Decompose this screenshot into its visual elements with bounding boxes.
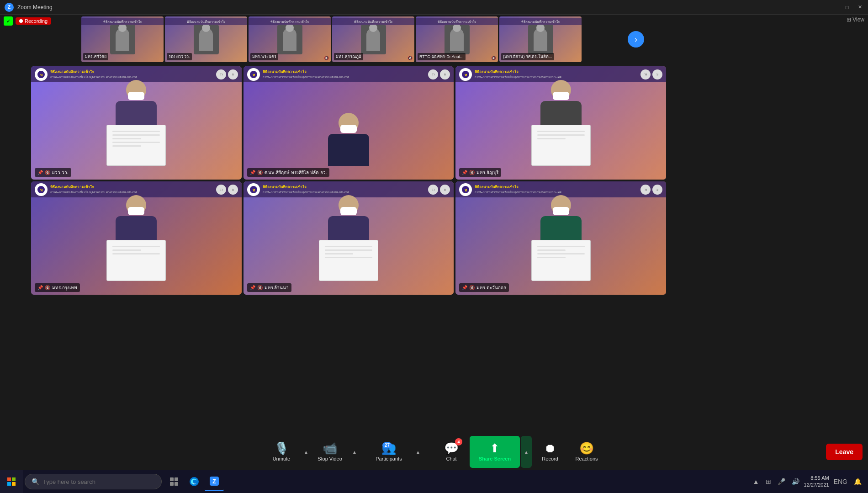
video-cell[interactable]: ท พิธีลงนามบันทึกความเข้าใจ การพัฒนาร่วม…: [455, 181, 666, 295]
edge-app[interactable]: [185, 472, 204, 491]
banner-logo-left: ท: [35, 183, 48, 196]
doc-line: [537, 134, 585, 136]
doc-line: [537, 257, 566, 258]
zoom-app[interactable]: Z: [205, 472, 224, 491]
participants-button[interactable]: 👥 Participants: [366, 436, 412, 468]
banner-subtitle-text: การพัฒนาร่วมดำเนินงานเชื่อมโยงอุตสาหกรรม…: [263, 190, 426, 195]
video-cell[interactable]: ท พิธีลงนามบันทึกความเข้าใจ การพัฒนาร่วม…: [455, 66, 666, 180]
close-button[interactable]: ✕: [856, 4, 863, 11]
cell-background: ท พิธีลงนามบันทึกความเข้าใจ การพัฒนาร่วม…: [455, 66, 666, 180]
speaker-icon[interactable]: 🔊: [790, 477, 801, 486]
chat-label: Chat: [446, 456, 456, 461]
banner-text: พิธีลงนามบันทึกความเข้าใจ การพัฒนาร่วมดำ…: [263, 69, 426, 80]
share-screen-caret-button[interactable]: ▲: [521, 436, 532, 468]
thumb-label: มทร.ศรีวิชัย: [83, 53, 108, 60]
record-label: Record: [542, 456, 558, 461]
banner-title-text: พิธีลงนามบันทึกความเข้าใจ: [50, 184, 213, 190]
unmute-button[interactable]: 🎙️ Unmute: [263, 436, 300, 468]
windows-taskbar: 🔍 Z ▲ ⊞ 🎤: [0, 470, 868, 493]
zoom-logo-icon: Z: [5, 3, 14, 12]
task-view-button[interactable]: [164, 472, 184, 491]
microphone-taskbar-icon[interactable]: 🎤: [776, 477, 787, 486]
stop-video-button[interactable]: 📹 Stop Video: [312, 436, 348, 468]
minimize-button[interactable]: —: [831, 4, 838, 11]
video-cell[interactable]: ท พิธีลงนามบันทึกความเข้าใจ การพัฒนาร่วม…: [31, 66, 242, 180]
chevron-up-icon: ▲: [416, 450, 420, 455]
thumbnail-item[interactable]: พิธีลงนามบันทึกความเข้าใจ RTTC-ผอ.ศทร-Dr…: [416, 16, 498, 62]
chevron-up-icon: ▲: [304, 450, 308, 455]
taskbar-search-bar[interactable]: 🔍: [25, 474, 162, 489]
share-screen-button[interactable]: ⬆ Share Screen: [470, 436, 520, 468]
thumb-person-figure: [110, 25, 135, 54]
thumb-label: RTTC-ผอ.ศทร-Dr.Anat...: [418, 53, 466, 60]
camera-icon: 📹: [323, 442, 337, 454]
mask-figure: [340, 207, 357, 215]
person-silhouette-icon: [534, 28, 547, 51]
chevron-up-icon: ▲: [524, 450, 529, 455]
mute-icon: 🔇: [257, 285, 263, 290]
windows-logo-icon: [7, 477, 16, 486]
participants-group: 👥 Participants ▲: [366, 436, 423, 468]
banner-logos: วว ม: [216, 185, 238, 195]
thumbnail-item[interactable]: พิธีลงนามบันทึกความเข้าใจ มทร.พระนคร 🔇: [249, 16, 331, 62]
doc-line: [112, 246, 160, 247]
language-indicator[interactable]: ENG: [832, 477, 849, 486]
head-figure: [126, 80, 146, 100]
participant-name: ผวว.วว.: [52, 169, 69, 176]
microphone-muted-icon: 🎙️: [274, 442, 289, 454]
mute-icon: 🔇: [257, 170, 263, 175]
title-bar-controls[interactable]: — □ ✕: [831, 4, 863, 11]
pin-icon: 📌: [250, 170, 255, 175]
logo-circle-2: ม: [652, 185, 662, 195]
person-head-icon: [202, 25, 210, 32]
svg-rect-13: [12, 477, 16, 481]
next-thumbnail-button[interactable]: ›: [628, 31, 644, 48]
body-figure: [328, 134, 369, 166]
document-figure: [106, 240, 166, 281]
show-hidden-icons-button[interactable]: ▲: [751, 477, 761, 486]
thumbnail-item[interactable]: พิธีลงนามบันทึกความเข้าใจ มทร.สุรรณภูมิ …: [332, 16, 414, 62]
leave-button[interactable]: Leave: [826, 444, 863, 460]
person-silhouette-icon: [116, 28, 129, 51]
video-cell[interactable]: ท พิธีลงนามบันทึกความเข้าใจ การพัฒนาร่วม…: [31, 181, 242, 295]
logo-circle-1: วว: [216, 185, 226, 195]
unmute-caret-button[interactable]: ▲: [301, 436, 312, 468]
thumb-person-figure: [361, 25, 386, 54]
cell-background: ท พิธีลงนามบันทึกความเข้าใจ การพัฒนาร่วม…: [243, 66, 454, 180]
participants-caret-button[interactable]: ▲: [413, 436, 423, 468]
record-button[interactable]: ⏺ Record: [532, 436, 568, 468]
thumbnail-item[interactable]: พิธีลงนามบันทึกความเข้าใจ (มทร.อีสาน) รศ…: [499, 16, 582, 62]
video-cell[interactable]: ท พิธีลงนามบันทึกความเข้าใจ การพัฒนาร่วม…: [243, 181, 454, 295]
thumbnail-item[interactable]: พิธีลงนามบันทึกความเข้าใจ รอง ผวว วว.: [165, 16, 247, 62]
reactions-button[interactable]: 😊 Reactions: [568, 436, 605, 468]
share-screen-group: ⬆ Share Screen ▲: [470, 436, 532, 468]
chevron-up-icon: ▲: [352, 450, 357, 455]
doc-line: [325, 253, 353, 254]
head-figure: [339, 113, 359, 133]
taskbar-clock[interactable]: 8:55 AM 12/27/2021: [804, 475, 829, 489]
person-head-icon: [536, 25, 545, 32]
chat-button[interactable]: 💬 Chat 4: [433, 436, 470, 468]
stop-video-caret-button[interactable]: ▲: [349, 436, 360, 468]
maximize-button[interactable]: □: [843, 4, 851, 11]
logo-circle-2: ม: [440, 69, 450, 80]
cell-background: ท พิธีลงนามบันทึกความเข้าใจ การพัฒนาร่วม…: [243, 181, 454, 295]
notification-button[interactable]: 🔔: [852, 477, 863, 486]
thumbnail-item[interactable]: พิธีลงนามบันทึกความเข้าใจ มทร.ศรีวิชัย: [81, 16, 164, 62]
display-settings-icon[interactable]: ⊞: [764, 477, 773, 486]
banner-subtitle-text: การพัฒนาร่วมดำเนินงานเชื่อมโยงอุตสาหกรรม…: [50, 190, 213, 195]
doc-lines: [532, 125, 590, 145]
edge-icon: [189, 477, 199, 487]
taskbar-search-input[interactable]: [43, 478, 153, 485]
logo-circle-1: วว: [428, 69, 438, 80]
pin-icon: 📌: [462, 285, 467, 290]
svg-text:Z: Z: [212, 478, 216, 485]
video-cell[interactable]: ท พิธีลงนามบันทึกความเข้าใจ การพัฒนาร่วม…: [243, 66, 454, 180]
banner-logo-left: ท: [247, 68, 260, 81]
banner-logos: วว ม: [216, 69, 238, 80]
head-figure: [551, 195, 571, 215]
doc-lines: [319, 240, 378, 264]
start-button[interactable]: [0, 470, 23, 493]
banner-subtitle-text: การพัฒนาร่วมดำเนินงานเชื่อมโยงอุตสาหกรรม…: [263, 75, 426, 80]
mute-icon: 🔇: [469, 170, 475, 175]
